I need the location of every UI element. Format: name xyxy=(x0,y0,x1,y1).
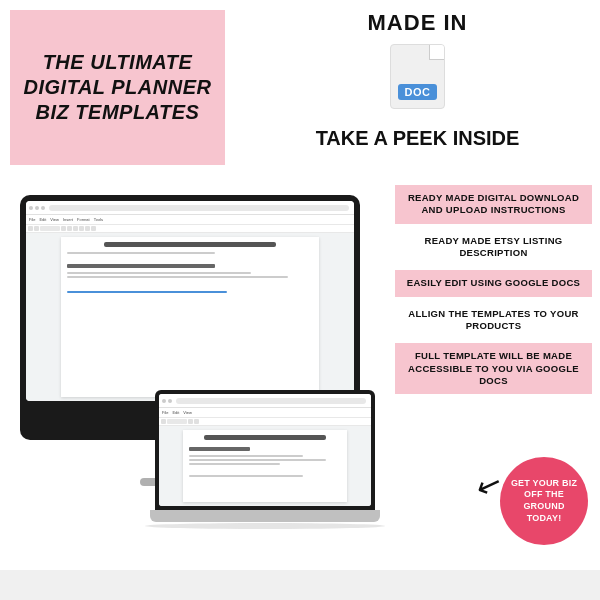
gdoc-laptop-screen: File Edit View xyxy=(159,394,371,506)
laptop-menu-view: View xyxy=(183,410,192,415)
doc-icon-wrap: DOC xyxy=(390,44,445,109)
browser-dot-2 xyxy=(35,206,39,210)
doc-gap-2 xyxy=(67,280,313,286)
made-in-label: MADE IN xyxy=(368,10,468,36)
laptop-gap xyxy=(189,467,342,473)
laptop-menu-edit: Edit xyxy=(172,410,179,415)
toolbar-btn-4 xyxy=(67,226,72,231)
laptop-line-2 xyxy=(189,459,327,461)
cta-circle[interactable]: GET YOUR BIZ OFF THE GROUND TODAY! xyxy=(500,457,588,545)
laptop-doc-title xyxy=(204,435,326,440)
doc-subtitle xyxy=(67,264,214,268)
browser-dot-3 xyxy=(41,206,45,210)
feature-item-4: ALLIGN THE TEMPLATES TO YOUR PRODUCTS xyxy=(395,301,592,340)
laptop-screen-outer: File Edit View xyxy=(155,390,375,510)
menu-format: Format xyxy=(77,217,90,222)
gdoc-monitor-screen: File Edit View Insert Format Tools xyxy=(26,201,354,401)
gdoc-laptop-toolbar xyxy=(159,418,371,426)
laptop-urlbar xyxy=(176,398,366,404)
laptop-base xyxy=(150,510,380,522)
cta-text: GET YOUR BIZ OFF THE GROUND TODAY! xyxy=(508,478,580,525)
monitor-screen: File Edit View Insert Format Tools xyxy=(26,201,354,401)
menu-view: View xyxy=(50,217,59,222)
doc-line-2 xyxy=(67,272,251,274)
toolbar-btn-3 xyxy=(61,226,66,231)
toolbar-btn-2 xyxy=(34,226,39,231)
laptop-line-1 xyxy=(189,455,304,457)
feature-item-5: FULL TEMPLATE WILL BE MADE ACCESSIBLE TO… xyxy=(395,343,592,394)
toolbar-btn-6 xyxy=(79,226,84,231)
toolbar-heading-select xyxy=(40,226,60,231)
doc-badge: DOC xyxy=(398,84,438,100)
doc-title-line xyxy=(104,242,276,247)
doc-gap-1 xyxy=(67,256,313,262)
main-section: File Edit View Insert Format Tools xyxy=(0,175,600,600)
browser-urlbar xyxy=(49,205,349,211)
top-section: THE ULTIMATE DIGITAL PLANNER BIZ TEMPLAT… xyxy=(0,0,600,175)
laptop-dot-1 xyxy=(162,399,166,403)
gdoc-laptop-menubar: File Edit View xyxy=(159,408,371,418)
laptop-shadow xyxy=(145,523,385,529)
laptop-line-4 xyxy=(189,475,304,477)
toolbar-btn-7 xyxy=(85,226,90,231)
doc-link-line xyxy=(67,291,227,293)
feature-item-3: EASILY EDIT USING GOOGLE DOCS xyxy=(395,270,592,296)
gdoc-laptop-topbar xyxy=(159,394,371,408)
laptop-tb-select xyxy=(167,419,187,424)
menu-tools: Tools xyxy=(94,217,103,222)
doc-line-3 xyxy=(67,276,288,278)
made-in-section: MADE IN DOC TAKE A PEEK INSIDE xyxy=(235,0,600,175)
feature-item-2: READY MADE ETSY LISTING DESCRIPTION xyxy=(395,228,592,267)
monitor-area: File Edit View Insert Format Tools xyxy=(0,175,395,600)
laptop-doc-subtitle xyxy=(189,447,250,451)
main-title: THE ULTIMATE DIGITAL PLANNER BIZ TEMPLAT… xyxy=(20,50,215,125)
gdoc-toolbar xyxy=(26,225,354,233)
browser-dot-1 xyxy=(29,206,33,210)
laptop-menu-file: File xyxy=(162,410,168,415)
doc-line-1 xyxy=(67,252,214,254)
laptop-tb-3 xyxy=(194,419,199,424)
take-peek-label: TAKE A PEEK INSIDE xyxy=(316,127,520,150)
gdoc-page xyxy=(61,237,319,397)
toolbar-btn-1 xyxy=(28,226,33,231)
title-box: THE ULTIMATE DIGITAL PLANNER BIZ TEMPLAT… xyxy=(10,10,225,165)
menu-edit: Edit xyxy=(39,217,46,222)
feature-item-1: READY MADE DIGITAL DOWNLOAD AND UPLOAD I… xyxy=(395,185,592,224)
laptop-tb-2 xyxy=(188,419,193,424)
gdoc-menubar: File Edit View Insert Format Tools xyxy=(26,215,354,225)
gdoc-topbar xyxy=(26,201,354,215)
toolbar-btn-8 xyxy=(91,226,96,231)
laptop-dot-2 xyxy=(168,399,172,403)
menu-insert: Insert xyxy=(63,217,73,222)
gdoc-laptop-body xyxy=(159,426,371,506)
gdoc-laptop-page xyxy=(183,430,348,502)
laptop-line-3 xyxy=(189,463,281,465)
bottom-gray-strip xyxy=(0,570,600,600)
gdoc-body xyxy=(26,233,354,401)
menu-file: File xyxy=(29,217,35,222)
doc-icon: DOC xyxy=(390,44,445,109)
laptop-tb-1 xyxy=(161,419,166,424)
laptop: File Edit View xyxy=(155,390,375,545)
laptop-screen-inner: File Edit View xyxy=(159,394,371,506)
toolbar-btn-5 xyxy=(73,226,78,231)
